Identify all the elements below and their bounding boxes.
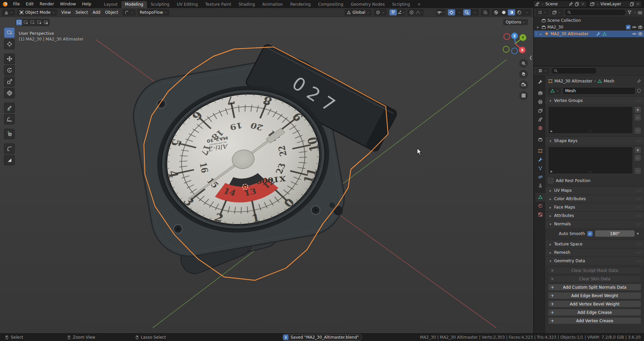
sidebar-collapse-arrow[interactable]: ❮ bbox=[529, 55, 533, 60]
outliner-editor-dropdown[interactable] bbox=[536, 9, 549, 15]
panel-vertex-groups-remove-button[interactable]: − bbox=[634, 114, 641, 121]
menu-file[interactable]: File bbox=[10, 0, 23, 8]
panel-grip-icon[interactable]: ∷∷ bbox=[636, 222, 641, 226]
tab-texture-paint[interactable]: Texture Paint bbox=[202, 1, 235, 8]
list-grip-icon[interactable]: ∷∷ bbox=[589, 170, 592, 173]
scene-selector[interactable]: Scene bbox=[533, 1, 587, 7]
properties-tab-render[interactable] bbox=[535, 89, 545, 98]
menu-render[interactable]: Render bbox=[37, 0, 57, 8]
gizmos-toggle[interactable] bbox=[448, 9, 455, 15]
retopoflow-menu[interactable]: RetopoFlow bbox=[138, 9, 169, 16]
outliner-search[interactable] bbox=[565, 9, 626, 16]
shading-solid-button[interactable] bbox=[500, 9, 507, 15]
tab-scripting[interactable]: Scripting bbox=[388, 1, 414, 8]
shading-rendered-button[interactable] bbox=[516, 9, 523, 15]
tab-sculpting[interactable]: Sculpting bbox=[147, 1, 173, 8]
button-add-edge-crease[interactable]: +Add Edge Crease bbox=[548, 309, 641, 316]
button-add-edge-bevel-weight[interactable]: +Add Edge Bevel Weight bbox=[548, 292, 641, 299]
panel-grip-icon[interactable]: ∷∷ bbox=[636, 259, 641, 263]
properties-editor-dropdown[interactable] bbox=[536, 68, 549, 74]
tab-geometry-nodes[interactable]: Geometry Nodes bbox=[347, 1, 388, 8]
properties-tab-scene[interactable] bbox=[535, 115, 545, 124]
triangle-right-icon[interactable]: ▶ bbox=[550, 170, 553, 173]
animate-dot-icon[interactable] bbox=[637, 233, 639, 234]
header-extra-dropdown[interactable] bbox=[122, 9, 136, 16]
panel-grip-icon[interactable]: ∷∷ bbox=[636, 206, 641, 209]
viewport-menu-object[interactable]: Object bbox=[103, 9, 120, 16]
zoom-button[interactable] bbox=[519, 59, 528, 68]
editor-type-dropdown[interactable] bbox=[2, 9, 15, 16]
properties-tab-data[interactable] bbox=[535, 193, 545, 202]
panel-grip-icon[interactable]: ∷∷ bbox=[636, 139, 641, 143]
auto-smooth-angle-slider[interactable]: 180° bbox=[595, 230, 635, 237]
panel-vertex-groups-list[interactable]: ▶∷∷ bbox=[548, 106, 633, 134]
add-workspace-button[interactable]: + bbox=[414, 1, 424, 8]
add-rest-position-checkbox[interactable] bbox=[548, 178, 553, 183]
snap-settings-dropdown[interactable] bbox=[397, 9, 405, 15]
properties-tab-object[interactable] bbox=[535, 147, 545, 155]
triangle-right-icon[interactable]: ▶ bbox=[550, 129, 553, 133]
tool-select-box-button[interactable] bbox=[4, 27, 15, 38]
filter-icon[interactable] bbox=[627, 10, 632, 15]
mesh-datablock-dropdown[interactable] bbox=[548, 88, 561, 94]
tool-rotate-button[interactable] bbox=[4, 65, 15, 75]
remove-icon[interactable] bbox=[636, 2, 640, 6]
new-collection-icon[interactable] bbox=[638, 10, 642, 15]
falloff-dropdown[interactable] bbox=[416, 9, 423, 15]
pivot-dropdown[interactable] bbox=[374, 9, 387, 16]
eye-icon[interactable] bbox=[632, 25, 637, 30]
fake-user-shield-icon[interactable] bbox=[637, 89, 641, 93]
collection-checkbox[interactable] bbox=[626, 25, 631, 30]
properties-search-input[interactable] bbox=[559, 68, 594, 73]
shading-material-button[interactable] bbox=[508, 9, 515, 15]
outliner-row-object-selected[interactable]: │ ▸ MA2_30 Altimaster bbox=[534, 31, 644, 37]
blender-logo-icon[interactable] bbox=[0, 1, 10, 7]
panel-vertex-groups-specials-button[interactable] bbox=[634, 127, 641, 134]
expand-triangle-icon[interactable]: ▸ bbox=[538, 32, 543, 36]
properties-tab-viewlayer[interactable] bbox=[535, 106, 545, 115]
mesh-name-field[interactable]: Mesh bbox=[562, 87, 635, 95]
properties-tab-constraints[interactable] bbox=[535, 181, 545, 190]
camera-visibility-icon[interactable] bbox=[638, 32, 643, 36]
tool-annotate-button[interactable] bbox=[4, 103, 15, 113]
viewport-menu-add[interactable]: Add bbox=[90, 9, 103, 16]
viewlayer-selector[interactable]: ViewLayer bbox=[588, 1, 642, 7]
select-mode-set[interactable] bbox=[16, 19, 22, 25]
tool-add-cube-button[interactable] bbox=[4, 129, 15, 139]
xray-toggle[interactable] bbox=[482, 9, 489, 15]
panel-uv-maps-header[interactable]: ▸UV Maps∷∷ bbox=[545, 186, 644, 194]
modifier-wrench-icon[interactable] bbox=[596, 32, 601, 36]
tab-rendering[interactable]: Rendering bbox=[286, 1, 314, 8]
camera-visibility-icon[interactable] bbox=[638, 25, 643, 30]
panel-vertex-groups-add-button[interactable]: + bbox=[634, 106, 641, 113]
new-datablock-icon[interactable] bbox=[575, 2, 579, 6]
panel-shape-keys-remove-button[interactable]: − bbox=[634, 154, 641, 161]
tool-cursor-button[interactable] bbox=[4, 39, 15, 49]
button-add-vertex-crease[interactable]: +Add Vertex Crease bbox=[548, 317, 641, 324]
camera-view-button[interactable] bbox=[519, 80, 528, 89]
panel-attributes-header[interactable]: ▸Attributes∷∷ bbox=[545, 212, 644, 220]
overlays-dropdown[interactable] bbox=[471, 9, 478, 15]
options-dropdown[interactable]: Options bbox=[503, 19, 528, 25]
menu-edit[interactable]: Edit bbox=[23, 0, 37, 8]
panel-vertex-groups-header[interactable]: ▾Vertex Groups∷∷ bbox=[545, 97, 644, 105]
panel-grip-icon[interactable]: ∷∷ bbox=[636, 214, 641, 218]
menu-help[interactable]: Help bbox=[79, 0, 94, 8]
tool-tri-button[interactable] bbox=[4, 155, 15, 165]
select-mode-invert[interactable] bbox=[36, 19, 42, 25]
pin-icon[interactable] bbox=[637, 79, 641, 83]
proportional-toggle[interactable] bbox=[408, 9, 415, 15]
properties-tab-material[interactable] bbox=[535, 202, 545, 210]
properties-tab-world[interactable] bbox=[535, 124, 545, 132]
breadcrumb-data[interactable]: Mesh bbox=[604, 79, 614, 83]
tab-shading[interactable]: Shading bbox=[235, 1, 259, 8]
panel-grip-icon[interactable]: ∷∷ bbox=[636, 242, 641, 246]
shading-dropdown[interactable] bbox=[523, 9, 531, 15]
panel-shape-keys-list[interactable]: ▶∷∷ bbox=[548, 147, 633, 174]
properties-tab-texture[interactable] bbox=[535, 210, 545, 219]
tool-scale-button[interactable] bbox=[4, 76, 15, 87]
select-mode-intersect[interactable] bbox=[43, 19, 49, 25]
show-objects-dropdown[interactable] bbox=[437, 9, 444, 15]
ortho-toggle-button[interactable] bbox=[519, 91, 528, 100]
button-add-custom-split-normals-data[interactable]: +Add Custom Split Normals Data bbox=[548, 284, 641, 291]
